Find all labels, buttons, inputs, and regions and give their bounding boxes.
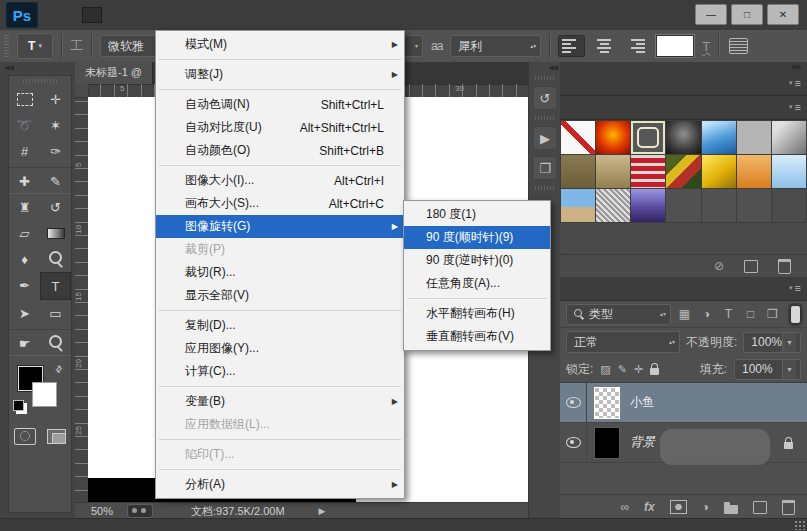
menubar-item[interactable] (82, 7, 102, 23)
filtering-toggle[interactable] (790, 305, 801, 324)
options-grip[interactable] (4, 35, 9, 57)
menu-item[interactable]: 自动颜色(O) Shift+Ctrl+B ▶ (156, 139, 404, 162)
maximize-button[interactable]: □ (731, 4, 763, 25)
style-swatch-yellow-3d[interactable] (702, 155, 736, 188)
history-panel-icon[interactable]: ↺ (533, 86, 557, 110)
style-swatch-light-blue[interactable] (772, 155, 806, 188)
menubar-item[interactable] (46, 8, 64, 22)
eraser-tool[interactable]: ▱ (9, 220, 40, 246)
menu-item[interactable]: 图像大小(I)... Alt+Ctrl+I ▶ (156, 169, 404, 192)
menubar-item[interactable] (192, 8, 210, 22)
style-swatch-subtle-2[interactable] (702, 189, 736, 222)
menu-item[interactable]: 分析(A) ▶ (156, 473, 404, 496)
pen-tool[interactable]: ✒ (9, 272, 40, 298)
document-tab[interactable]: 未标题-1 @ (75, 62, 153, 84)
add-layer-mask-icon[interactable] (670, 500, 687, 514)
layer-thumbnail[interactable] (594, 427, 620, 459)
new-group-icon[interactable] (724, 505, 738, 514)
panel-grip[interactable] (535, 116, 555, 120)
style-swatch-tan[interactable] (596, 155, 630, 188)
panel-grip[interactable] (535, 76, 555, 80)
filter-adjustment-layers-icon[interactable]: ◑ (698, 307, 715, 321)
menubar-item[interactable] (64, 8, 82, 22)
style-swatch-noise[interactable] (596, 189, 630, 222)
style-swatch-none[interactable] (561, 121, 595, 154)
align-right-icon[interactable] (623, 36, 648, 56)
menu-item[interactable]: 显示全部(V) ▶ (156, 284, 404, 307)
history-brush-tool[interactable]: ↺ (40, 194, 71, 220)
背景[interactable]: 背景 (560, 423, 807, 463)
rectangular-marquee-tool[interactable] (9, 86, 40, 112)
zoom-level-field[interactable]: 50% (91, 505, 113, 517)
style-swatch-subtle-3[interactable] (737, 189, 771, 222)
new-style-icon[interactable] (744, 260, 758, 273)
layer-name[interactable]: 小鱼 (630, 394, 655, 411)
rectangle-tool[interactable]: ▭ (40, 300, 71, 326)
submenu-item[interactable]: 180 度(1) (404, 203, 550, 226)
小鱼[interactable]: 小鱼 (560, 383, 807, 423)
panel-grip[interactable] (23, 79, 57, 83)
style-swatch-red-glow[interactable] (596, 121, 630, 154)
filter-smart-objects-icon[interactable]: ❐ (764, 307, 781, 321)
dodge-tool[interactable] (40, 246, 71, 272)
crop-tool[interactable]: # (9, 138, 40, 164)
text-color-swatch[interactable] (656, 35, 694, 57)
collapse-panels-icon[interactable]: ▶▶ (560, 62, 807, 72)
tool-preset-picker[interactable]: T ▾ (17, 33, 53, 59)
blur-tool[interactable]: ♦ (9, 246, 40, 272)
menubar-item[interactable] (228, 8, 246, 22)
align-center-icon[interactable] (593, 36, 615, 56)
move-tool[interactable]: ✛ (40, 86, 71, 112)
fill-field[interactable]: 100% ▼ (734, 359, 801, 380)
menu-item[interactable]: 图像旋转(G) ▶ (156, 215, 404, 238)
lock-all-icon[interactable] (650, 368, 659, 375)
layer-name[interactable]: 背景 (630, 434, 655, 451)
style-swatch-blue-glass[interactable] (702, 121, 736, 154)
submenu-item[interactable]: 90 度(逆时针)(0) (404, 249, 550, 272)
hand-tool[interactable]: ☛ (9, 329, 40, 356)
menubar-item[interactable] (210, 8, 228, 22)
delete-style-icon[interactable] (778, 259, 791, 274)
style-swatch-landscape[interactable] (561, 189, 595, 222)
menu-item[interactable]: 变量(B) ▶ (156, 390, 404, 413)
menu-item[interactable]: 计算(C)... ▶ (156, 360, 404, 383)
swap-colors-icon[interactable]: ⇄ (53, 363, 65, 375)
menu-item[interactable]: 自动色调(N) Shift+Ctrl+L ▶ (156, 93, 404, 116)
style-swatch-rounded-outline[interactable] (631, 121, 665, 154)
3d-panel-icon[interactable]: ❐ (533, 156, 557, 180)
clear-style-icon[interactable]: ⊘ (714, 259, 724, 273)
screen-mode-icon[interactable] (47, 429, 66, 444)
healing-brush-tool[interactable]: ✚ (9, 167, 40, 194)
menubar-item[interactable] (156, 8, 174, 22)
submenu-item[interactable]: 水平翻转画布(H) (404, 302, 550, 325)
close-button[interactable]: ✕ (767, 4, 799, 25)
menu-item[interactable]: 模式(M) ▶ (156, 33, 404, 56)
default-colors-icon[interactable] (13, 400, 24, 411)
style-swatch-olive[interactable] (561, 155, 595, 188)
layer-filter-type-select[interactable]: 类型 ▴▾ (566, 304, 671, 325)
actions-panel-icon[interactable]: ▶ (533, 126, 557, 150)
style-swatch-red-stripes[interactable] (631, 155, 665, 188)
resize-grip[interactable] (794, 520, 806, 530)
menu-item[interactable]: 陷印(T)... ▶ (156, 443, 404, 466)
eyedropper-tool[interactable]: ✑ (40, 138, 71, 164)
toggle-panels-icon[interactable] (729, 38, 748, 54)
opacity-field[interactable]: 100% ▼ (743, 332, 801, 353)
style-swatch-empty[interactable] (772, 189, 806, 222)
delete-layer-icon[interactable] (782, 500, 795, 515)
blend-mode-select[interactable]: 正常 ▴▾ (566, 331, 680, 353)
menu-item[interactable]: 画布大小(S)... Alt+Ctrl+C ▶ (156, 192, 404, 215)
quick-mask-icon[interactable] (14, 428, 36, 445)
submenu-item[interactable]: 任意角度(A)... (404, 272, 550, 295)
style-swatch-dark-sphere[interactable] (666, 121, 700, 154)
filter-pixel-layers-icon[interactable]: ▦ (676, 307, 693, 321)
visibility-cell[interactable] (560, 383, 587, 422)
style-swatch-gray-gradient[interactable] (772, 121, 806, 154)
style-swatch-subtle-1[interactable] (666, 189, 700, 222)
menu-item[interactable]: 裁剪(P) ▶ (156, 238, 404, 261)
menu-item[interactable]: 应用数据组(L)... ▶ (156, 413, 404, 436)
background-color-swatch[interactable] (32, 382, 57, 407)
type-tool[interactable]: T (40, 272, 71, 300)
menubar-item[interactable] (102, 8, 120, 22)
zoom-tool[interactable] (40, 329, 71, 356)
